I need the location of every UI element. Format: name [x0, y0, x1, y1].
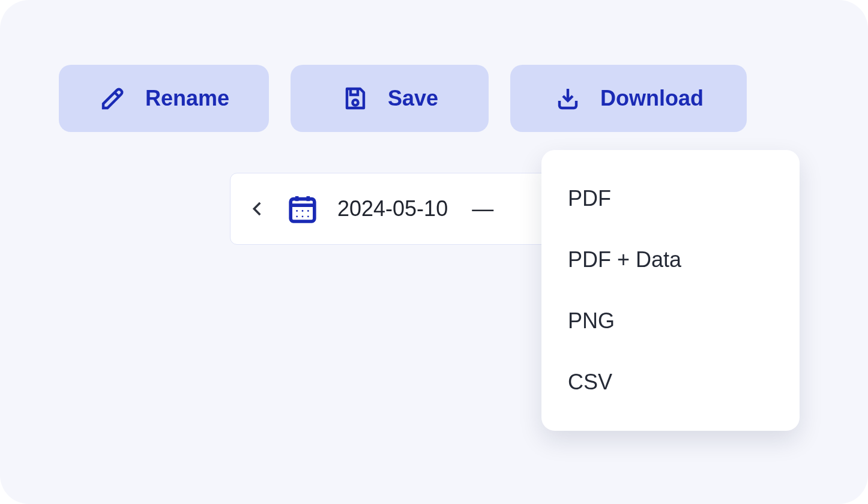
download-option-csv[interactable]: CSV [541, 352, 800, 413]
svg-line-0 [115, 92, 119, 97]
svg-point-6 [296, 210, 298, 212]
rename-button[interactable]: Rename [59, 65, 269, 132]
chevron-left-icon[interactable] [247, 199, 268, 219]
date-start-text: 2024-05-10 [337, 196, 448, 221]
svg-point-10 [302, 215, 304, 217]
svg-point-8 [307, 210, 309, 212]
download-option-pdf-data[interactable]: PDF + Data [541, 229, 800, 290]
calendar-icon [286, 192, 319, 226]
date-range-picker[interactable]: 2024-05-10 — [230, 173, 549, 245]
save-label: Save [388, 86, 438, 111]
download-label: Download [600, 86, 704, 111]
svg-point-1 [352, 100, 358, 105]
svg-point-7 [302, 210, 304, 212]
main-panel: Rename Save Download [0, 0, 868, 504]
svg-point-11 [307, 215, 309, 217]
date-range-separator: — [472, 196, 493, 221]
svg-point-9 [296, 215, 298, 217]
download-dropdown: PDF PDF + Data PNG CSV [541, 150, 800, 431]
save-icon [341, 84, 370, 113]
download-button[interactable]: Download [510, 65, 747, 132]
pencil-icon [98, 84, 127, 113]
toolbar: Rename Save Download [59, 65, 809, 132]
save-button[interactable]: Save [291, 65, 489, 132]
download-option-png[interactable]: PNG [541, 290, 800, 352]
rename-label: Rename [145, 86, 229, 111]
download-icon [553, 84, 582, 113]
download-option-pdf[interactable]: PDF [541, 168, 800, 229]
